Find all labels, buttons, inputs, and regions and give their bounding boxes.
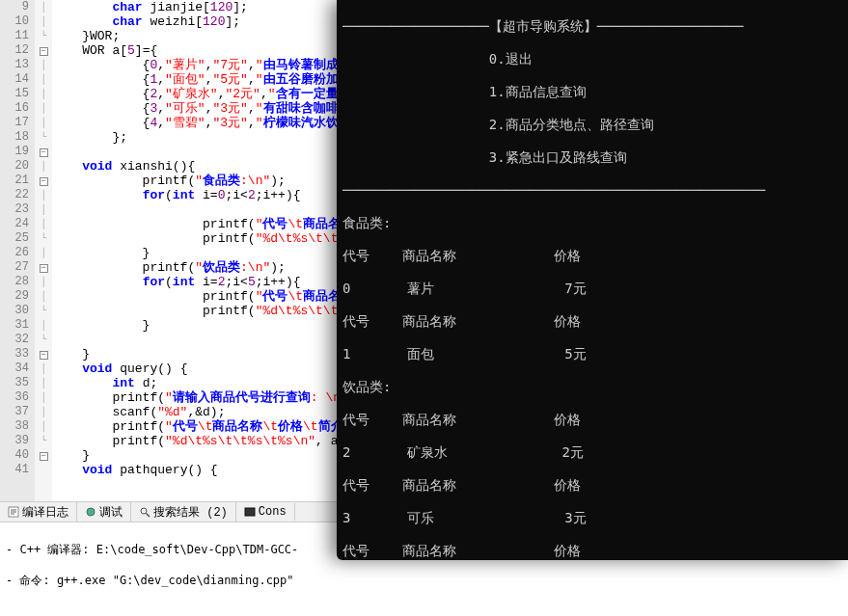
search-icon xyxy=(139,506,150,518)
log-icon xyxy=(8,506,19,518)
line-number: 10 xyxy=(0,14,29,29)
console-icon xyxy=(244,506,256,518)
fold-cell: │ xyxy=(35,217,52,231)
fold-cell: │ xyxy=(35,275,52,289)
line-number: 34 xyxy=(0,362,29,376)
line-number: 32 xyxy=(0,333,29,347)
fold-cell: └ xyxy=(35,231,52,246)
console-line: ──────────────────【超市导购系统】──────────────… xyxy=(342,18,842,35)
line-number: 26 xyxy=(0,246,29,260)
fold-cell[interactable]: − xyxy=(35,145,52,159)
svg-rect-7 xyxy=(245,508,255,516)
tab-label: 调试 xyxy=(99,504,123,521)
tab-debug[interactable]: 调试 xyxy=(77,502,131,522)
console-line: 代号 商品名称 价格 xyxy=(342,543,842,559)
line-number: 37 xyxy=(0,405,29,419)
console-line: 0 薯片 7元 xyxy=(342,281,842,297)
fold-cell: │ xyxy=(35,101,52,116)
line-number: 29 xyxy=(0,289,29,304)
console-line: 食品类: xyxy=(342,215,842,231)
console-line: 1 面包 5元 xyxy=(342,346,842,362)
svg-line-6 xyxy=(147,514,150,518)
fold-cell: │ xyxy=(35,318,52,333)
console-line: 代号 商品名称 价格 xyxy=(342,248,842,264)
terminal-window[interactable]: ──────────────────【超市导购系统】──────────────… xyxy=(337,0,848,560)
line-number: 28 xyxy=(0,275,29,289)
line-number: 30 xyxy=(0,304,29,318)
fold-cell: │ xyxy=(35,419,52,434)
line-number: 19 xyxy=(0,145,29,159)
line-number: 41 xyxy=(0,463,29,477)
fold-cell: │ xyxy=(35,246,52,260)
fold-cell[interactable]: − xyxy=(35,174,52,188)
fold-cell: │ xyxy=(35,405,52,419)
log-line: - 命令: g++.exe "G:\dev_code\dianming.cpp" xyxy=(6,573,842,588)
tab-label: 编译日志 xyxy=(22,504,68,521)
line-number: 13 xyxy=(0,58,29,72)
fold-cell: │ xyxy=(35,14,52,29)
line-number: 22 xyxy=(0,188,29,202)
line-number: 33 xyxy=(0,347,29,362)
line-number: 25 xyxy=(0,231,29,246)
tab-compile-log[interactable]: 编译日志 xyxy=(0,502,77,522)
tab-label: 搜索结果 (2) xyxy=(153,504,228,521)
fold-cell: │ xyxy=(35,116,52,130)
fold-cell[interactable]: − xyxy=(35,260,52,275)
fold-toggle-icon[interactable]: − xyxy=(40,47,48,56)
tab-console[interactable]: Cons xyxy=(236,503,295,521)
fold-toggle-icon[interactable]: − xyxy=(40,177,48,186)
line-number: 24 xyxy=(0,217,29,231)
fold-cell: │ xyxy=(35,202,52,217)
tab-search-results[interactable]: 搜索结果 (2) xyxy=(131,502,236,522)
console-line: 代号 商品名称 价格 xyxy=(342,412,842,428)
svg-point-4 xyxy=(87,508,95,516)
console-line: 代号 商品名称 价格 xyxy=(342,477,842,494)
console-line: 2 矿泉水 2元 xyxy=(342,444,842,461)
fold-cell: │ xyxy=(35,376,52,390)
line-number: 38 xyxy=(0,419,29,434)
line-number: 31 xyxy=(0,318,29,333)
fold-cell: └ xyxy=(35,304,52,318)
fold-cell: └ xyxy=(35,434,52,448)
line-number: 23 xyxy=(0,202,29,217)
line-number: 18 xyxy=(0,130,29,145)
console-line: ────────────────────────────────────────… xyxy=(342,182,842,199)
fold-toggle-icon[interactable]: − xyxy=(40,351,48,360)
line-number: 15 xyxy=(0,87,29,101)
line-number: 27 xyxy=(0,260,29,275)
fold-toggle-icon[interactable]: − xyxy=(40,148,48,157)
line-number: 36 xyxy=(0,390,29,405)
fold-cell: │ xyxy=(35,72,52,87)
line-number: 16 xyxy=(0,101,29,116)
fold-column[interactable]: ││└−│││││└−│−│││└│−││└│└−│││││└− xyxy=(35,0,52,501)
console-line: 1.商品信息查询 xyxy=(342,84,842,100)
line-number: 20 xyxy=(0,159,29,174)
fold-cell: │ xyxy=(35,390,52,405)
line-number: 17 xyxy=(0,116,29,130)
bug-icon xyxy=(85,506,96,518)
line-number: 35 xyxy=(0,376,29,390)
console-line: 代号 商品名称 价格 xyxy=(342,313,842,330)
fold-cell[interactable]: − xyxy=(35,347,52,362)
tab-label: Cons xyxy=(259,505,287,519)
fold-cell: │ xyxy=(35,159,52,174)
fold-cell: │ xyxy=(35,0,52,14)
fold-cell[interactable]: − xyxy=(35,448,52,463)
console-line: 0.退出 xyxy=(342,51,842,67)
fold-toggle-icon[interactable]: − xyxy=(40,452,48,461)
line-number: 12 xyxy=(0,43,29,58)
console-line: 3 可乐 3元 xyxy=(342,510,842,526)
console-line: 2.商品分类地点、路径查询 xyxy=(342,117,842,133)
line-number: 39 xyxy=(0,434,29,448)
line-number: 40 xyxy=(0,448,29,463)
fold-cell: │ xyxy=(35,87,52,101)
line-number: 9 xyxy=(0,0,29,14)
fold-cell[interactable]: − xyxy=(35,43,52,58)
fold-cell: └ xyxy=(35,333,52,347)
line-number: 14 xyxy=(0,72,29,87)
console-line: 3.紧急出口及路线查询 xyxy=(342,149,842,166)
line-number-gutter: 9101112131415161718192021222324252627282… xyxy=(0,0,35,501)
fold-cell: └ xyxy=(35,29,52,43)
fold-toggle-icon[interactable]: − xyxy=(40,264,48,273)
console-line: 饮品类: xyxy=(342,379,842,395)
